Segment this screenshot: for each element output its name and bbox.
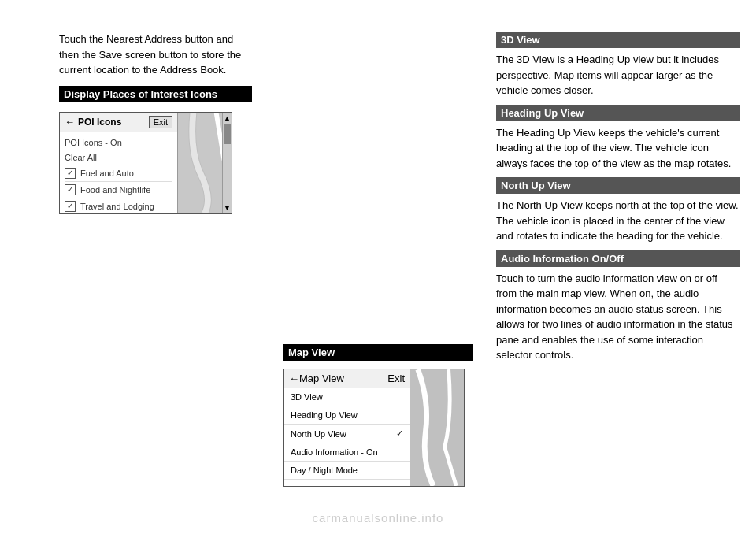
poi-label-2: Fuel and Auto	[80, 169, 134, 178]
scrollbar-up-arrow: ▲	[224, 114, 231, 122]
poi-check-3[interactable]	[65, 184, 76, 195]
mapview-header: ← Map View Exit	[284, 369, 410, 388]
mapview-back-icon: ←	[289, 373, 299, 384]
poi-row-2: Fuel and Auto	[65, 165, 172, 182]
right-header-3: Audio Information On/Off	[496, 250, 740, 267]
mapview-body: 3D View Heading Up View North Up View ✓ …	[284, 388, 410, 480]
scrollbar-down-arrow: ▼	[224, 204, 231, 212]
right-body-0: The 3D View is a Heading Up view but it …	[496, 52, 740, 98]
mapview-label-3: Audio Information - On	[291, 447, 378, 457]
mapview-check-2: ✓	[396, 428, 403, 439]
poi-row-4: Travel and Lodging	[65, 198, 172, 214]
right-section-2: North Up View The North Up View keeps no…	[496, 177, 740, 244]
map-view-section-header: Map View	[284, 344, 472, 361]
right-body-2: The North Up View keeps north at the top…	[496, 198, 740, 244]
right-header-0: 3D View	[496, 32, 740, 48]
poi-label-4: Travel and Lodging	[80, 202, 154, 211]
poi-check-4[interactable]	[65, 201, 76, 212]
poi-label-3: Food and Nightlife	[80, 185, 150, 195]
mapview-row-1: Heading Up View	[284, 406, 410, 425]
poi-row-1: Clear All	[65, 150, 172, 165]
poi-row-3: Food and Nightlife	[65, 182, 172, 198]
poi-body: POI Icons - On Clear All Fuel and Auto F…	[60, 132, 177, 214]
mapview-road-svg	[410, 369, 464, 486]
right-header-2: North Up View	[496, 177, 740, 194]
poi-panel: ← POI Icons Exit POI Icons - On Clear Al…	[60, 113, 178, 213]
poi-screenshot: ← POI Icons Exit POI Icons - On Clear Al…	[59, 112, 232, 214]
right-body-1: The Heading Up View keeps the vehicle's …	[496, 125, 740, 172]
mapview-map-graphic	[410, 369, 464, 486]
poi-header: ← POI Icons Exit	[60, 113, 177, 132]
poi-exit-button[interactable]: Exit	[149, 116, 172, 128]
right-section-3: Audio Information On/Off Touch to turn t…	[496, 250, 740, 363]
map-view-section: Map View ← Map View Exit 3D View	[284, 344, 472, 487]
intro-text: Touch the Nearest Address button and the…	[59, 32, 252, 78]
poi-check-2[interactable]	[65, 168, 76, 179]
svg-rect-1	[410, 369, 464, 486]
mapview-exit-button[interactable]: Exit	[387, 373, 405, 384]
right-column: 3D View The 3D View is a Heading Up view…	[488, 32, 756, 502]
poi-section-header: Display Places of Interest Icons	[59, 86, 252, 102]
middle-column: Map View ← Map View Exit 3D View	[268, 32, 488, 502]
mapview-row-3: Audio Information - On	[284, 443, 410, 462]
right-section-1: Heading Up View The Heading Up View keep…	[496, 105, 740, 172]
mapview-row-4: Day / Night Mode	[284, 462, 410, 480]
poi-map-graphic: ▲ ▼	[178, 113, 232, 213]
mapview-label-2: North Up View	[291, 429, 346, 439]
back-arrow-icon: ←	[65, 116, 75, 128]
right-body-3: Touch to turn the audio information view…	[496, 271, 740, 363]
poi-row-0: POI Icons - On	[65, 135, 172, 150]
mapview-panel: ← Map View Exit 3D View Heading Up View	[284, 369, 410, 486]
poi-scrollbar[interactable]: ▲ ▼	[222, 113, 232, 213]
watermark: carmanualsonline.info	[313, 511, 444, 525]
poi-title: POI Icons	[78, 117, 121, 128]
mapview-screenshot: ← Map View Exit 3D View Heading Up View	[284, 369, 465, 487]
mapview-title: Map View	[299, 373, 344, 384]
mapview-row-2: North Up View ✓	[284, 425, 410, 443]
scrollbar-thumb	[224, 124, 231, 144]
right-header-1: Heading Up View	[496, 105, 740, 121]
left-column: Touch the Nearest Address button and the…	[0, 32, 268, 502]
right-section-0: 3D View The 3D View is a Heading Up view…	[496, 32, 740, 98]
mapview-label-0: 3D View	[291, 392, 323, 402]
mapview-label-1: Heading Up View	[291, 410, 358, 420]
mapview-row-0: 3D View	[284, 388, 410, 406]
mapview-label-4: Day / Night Mode	[291, 465, 358, 475]
